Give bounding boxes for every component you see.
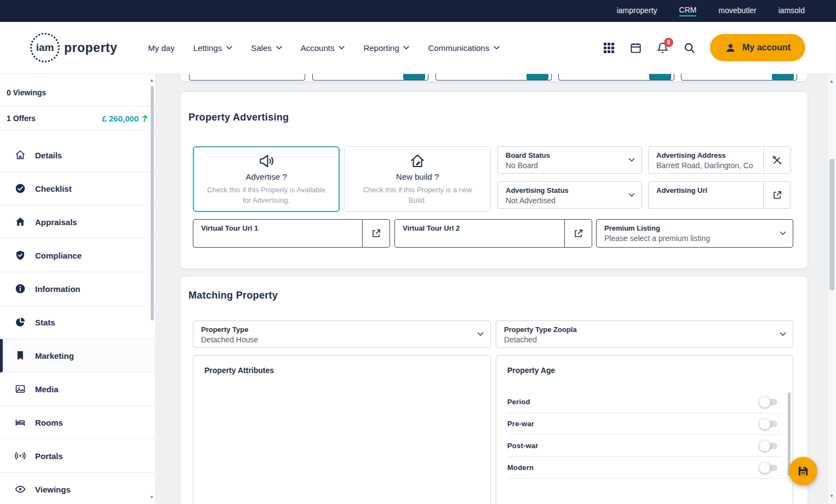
cutoff-action-button[interactable]	[403, 74, 425, 80]
toggle-row-post-war: Post-war	[507, 435, 782, 457]
new-build-tile-title: New build ?	[396, 172, 439, 181]
header-actions: 8 My account	[603, 34, 805, 61]
topbar-link-iamsold[interactable]: iamsold	[778, 6, 805, 16]
cutoff-card	[180, 74, 808, 81]
sidebar-item-checklist[interactable]: Checklist	[0, 172, 155, 205]
open-advertising-url-button[interactable]	[763, 182, 791, 208]
notification-badge: 8	[664, 38, 673, 47]
toggle-row-pre-war: Pre-war	[507, 413, 782, 435]
calendar-icon[interactable]	[629, 42, 642, 54]
new-build-tile[interactable]: New build ? Check this if this Property …	[344, 146, 491, 212]
cutoff-field[interactable]	[189, 74, 305, 81]
nav-communications[interactable]: Communications	[428, 43, 500, 53]
sidebar-item-rooms[interactable]: Rooms	[0, 406, 155, 439]
sidebar-scroll-thumb[interactable]	[151, 86, 154, 320]
nav-reporting[interactable]: Reporting	[363, 43, 409, 53]
sidebar-item-stats[interactable]: Stats	[0, 306, 155, 339]
pre-war-toggle[interactable]	[761, 421, 777, 427]
notifications-bell-icon[interactable]: 8	[656, 42, 669, 54]
check-circle-icon	[15, 183, 26, 194]
cutoff-action-button[interactable]	[526, 74, 548, 80]
cutoff-action-button[interactable]	[649, 74, 671, 80]
topbar-link-crm[interactable]: CRM	[679, 5, 697, 16]
sidebar-scrollbar[interactable]: ▲ ▼	[148, 74, 155, 504]
page-scroll-thumb[interactable]	[829, 159, 834, 290]
offers-label: 1 Offers	[7, 114, 36, 123]
section-title: Matching Property	[188, 290, 278, 301]
scroll-down-arrow[interactable]: ▼	[148, 494, 155, 501]
panel-title: Property Age	[496, 356, 793, 375]
post-war-toggle[interactable]	[761, 443, 777, 449]
main-content: Property Advertising Advertise ? Check t…	[155, 74, 827, 504]
topbar-link-iamproperty[interactable]: iamproperty	[617, 6, 657, 16]
offers-value: £ 260,000	[102, 114, 139, 123]
house-icon	[15, 216, 26, 227]
scroll-up-arrow[interactable]: ▲	[148, 77, 155, 84]
toggle-row-period: Period	[507, 391, 782, 413]
cutoff-action-button[interactable]	[772, 74, 794, 80]
property-age-scrollbar[interactable]	[788, 392, 791, 476]
logo-text: property	[64, 41, 117, 55]
new-build-tile-description: Check this if this Property is a new Bui…	[354, 185, 480, 205]
sidebar-item-marketing[interactable]: Marketing	[0, 339, 155, 373]
chevron-down-icon	[494, 46, 500, 50]
sidebar-item-compliance[interactable]: Compliance	[0, 239, 155, 272]
advertising-status-select[interactable]: Advertising Status Not Advertised	[497, 181, 642, 209]
sidebar-item-details[interactable]: Details	[0, 139, 155, 172]
sidebar-item-viewings[interactable]: Viewings	[0, 473, 155, 504]
nav-my-day[interactable]: My day	[148, 43, 174, 53]
topbar-link-movebutler[interactable]: movebutler	[718, 6, 756, 16]
logo-circle: iam	[30, 33, 60, 62]
search-icon[interactable]	[683, 42, 696, 54]
period-toggle[interactable]	[761, 399, 777, 405]
cutoff-field[interactable]	[436, 74, 552, 81]
property-type-select[interactable]: Property Type Detached House	[193, 320, 491, 348]
toggle-knob	[759, 419, 770, 429]
save-button[interactable]	[789, 457, 817, 485]
offers-summary: 1 Offers £ 260,000	[0, 106, 155, 131]
cutoff-field[interactable]	[558, 74, 674, 81]
advertising-url-field[interactable]: Advertising Url	[648, 181, 791, 209]
scroll-down-arrow[interactable]: ▼	[827, 493, 836, 500]
main-nav: My day Lettings Sales Accounts Reporting…	[148, 43, 500, 53]
chevron-down-icon	[403, 46, 409, 50]
nav-lettings[interactable]: Lettings	[193, 43, 233, 53]
property-attributes-panel: Property Attributes	[193, 355, 491, 504]
nav-accounts[interactable]: Accounts	[301, 43, 345, 53]
property-advertising-card: Property Advertising Advertise ? Check t…	[180, 92, 808, 268]
viewings-summary: 0 Viewings	[0, 74, 155, 106]
property-type-zoopla-select[interactable]: Property Type Zoopla Detached	[496, 320, 793, 348]
section-title: Property Advertising	[188, 112, 289, 123]
toggle-row-modern: Modern	[507, 457, 782, 479]
open-virtual-tour-1-button[interactable]	[362, 220, 390, 247]
eye-icon	[15, 484, 26, 495]
open-virtual-tour-2-button[interactable]	[564, 220, 592, 247]
board-status-select[interactable]: Board Status No Board	[497, 146, 642, 174]
scroll-up-arrow[interactable]: ▲	[827, 78, 836, 85]
sidebar-item-media[interactable]: Media	[0, 373, 155, 406]
advertise-tile[interactable]: Advertise ? Check this if this Property …	[193, 146, 340, 212]
external-link-icon	[371, 228, 381, 239]
premium-listing-select[interactable]: Premium Listing Please select a premium …	[596, 219, 793, 248]
nav-sales[interactable]: Sales	[251, 43, 282, 53]
modern-toggle[interactable]	[761, 465, 777, 471]
apps-grid-icon[interactable]	[603, 42, 615, 54]
edit-address-button[interactable]	[763, 147, 791, 173]
broadcast-icon	[15, 450, 26, 461]
property-age-toggle-list: Period Pre-war Post-war Modern	[507, 391, 782, 479]
sidebar-item-portals[interactable]: Portals	[0, 439, 155, 473]
page-scrollbar[interactable]: ▲ ▼	[827, 74, 836, 504]
person-icon	[725, 42, 736, 54]
sidebar-item-information[interactable]: Information	[0, 272, 155, 306]
advertising-address-field[interactable]: Advertising Address Barrett Road, Darlin…	[648, 146, 791, 174]
cutoff-field[interactable]	[681, 74, 797, 81]
my-account-button[interactable]: My account	[710, 34, 805, 61]
virtual-tour-url-1-field[interactable]: Virtual Tour Url 1	[193, 219, 390, 248]
top-bar: iamproperty CRM movebutler iamsold	[0, 0, 836, 22]
virtual-tour-url-2-field[interactable]: Virtual Tour Url 2	[394, 219, 592, 248]
iamproperty-logo[interactable]: iam property	[30, 33, 117, 62]
chevron-down-icon	[628, 193, 635, 197]
cutoff-field[interactable]	[312, 74, 428, 81]
sidebar-item-appraisals[interactable]: Appraisals	[0, 205, 155, 239]
chevron-down-icon	[780, 231, 786, 236]
